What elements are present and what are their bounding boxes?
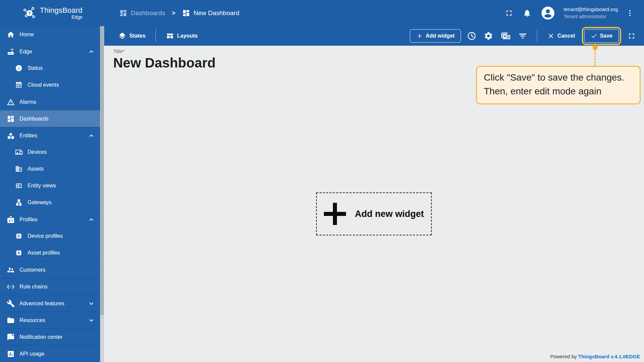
notification-message-icon: [7, 333, 15, 341]
sidebar-item-dashboards[interactable]: Dashboards: [0, 110, 100, 127]
sidebar-item-resources[interactable]: Resources: [0, 312, 100, 328]
user-role: Tenant administrator: [564, 14, 618, 20]
sidebar-item-devices[interactable]: Devices: [0, 144, 100, 161]
sidebar-scrollbar[interactable]: [100, 26, 104, 362]
tour-tooltip-text-line2: Then, enter edit mode again: [484, 85, 633, 98]
tools-icon: [7, 300, 15, 308]
dashboard-icon: [182, 9, 190, 17]
tour-connector-line: [595, 50, 596, 66]
plus-icon: [324, 203, 346, 225]
dashboard-icon: [119, 9, 127, 17]
sidebar-item-cloud-events[interactable]: Cloud events: [0, 77, 100, 93]
tour-highlight-ring: Save: [582, 27, 621, 45]
layouts-button[interactable]: Layouts: [162, 29, 202, 43]
save-button[interactable]: Save: [584, 29, 619, 43]
sidebar-item-rule-chains[interactable]: Rule chains: [0, 278, 100, 295]
tour-tooltip: Click "Save" to save the changes. Then, …: [476, 66, 641, 104]
breadcrumb-new-dashboard: New Dashboard: [182, 9, 239, 17]
powered-by-text: Powered by: [550, 354, 577, 359]
svg-text:D: D: [17, 234, 20, 238]
toolbar-divider: [156, 29, 156, 43]
user-email: tenant@thingsboard.org: [564, 6, 618, 13]
home-icon: [7, 31, 15, 39]
kebab-menu-button[interactable]: [625, 8, 635, 18]
sidebar-nav: Home Edge Status Cloud events Alarms Das…: [0, 26, 104, 362]
sidebar-item-notification-center[interactable]: Notification center: [0, 328, 100, 345]
chevron-down-icon: [87, 316, 95, 324]
states-button[interactable]: States: [114, 29, 149, 43]
sidebar-item-entity-views[interactable]: Entity views: [0, 177, 100, 194]
sidebar-item-asset-profiles[interactable]: A Asset profiles: [0, 244, 100, 261]
shapes-icon: [7, 132, 15, 140]
warning-icon: [7, 98, 15, 106]
dashboard-canvas: Title* New Dashboard Add new widget Clic…: [104, 46, 644, 362]
chevron-down-icon: [87, 300, 95, 308]
add-widget-button[interactable]: Add widget: [410, 29, 461, 43]
view-grid-icon: [15, 182, 23, 190]
sidebar-item-customers[interactable]: Customers: [0, 261, 100, 278]
sidebar-item-advanced-features[interactable]: Advanced features: [0, 295, 100, 312]
sidebar-item-status[interactable]: Status: [0, 60, 100, 77]
chevron-up-icon: [87, 132, 95, 140]
svg-text:?: ?: [28, 11, 31, 16]
sidebar-item-device-profiles[interactable]: D Device profiles: [0, 228, 100, 244]
building-icon: [15, 165, 23, 173]
svg-text:A: A: [17, 251, 20, 255]
fullscreen-button[interactable]: [503, 7, 515, 19]
letter-a-icon: A: [15, 249, 23, 257]
devices-icon: [15, 148, 23, 156]
entity-aliases-button[interactable]: [499, 30, 512, 42]
title-field-label: Title*: [113, 48, 216, 54]
top-header-bar: ? ThingsBoard Edge Dashboards > New Dash…: [0, 0, 644, 26]
sidebar-scrollbar-thumb[interactable]: [100, 26, 104, 315]
dashboard-title[interactable]: New Dashboard: [113, 55, 216, 71]
fullscreen-toolbar-button[interactable]: [626, 30, 637, 42]
toolbar-divider: [537, 29, 537, 43]
sidebar-item-gateways[interactable]: Gateways: [0, 194, 100, 211]
dashboards-icon: [7, 115, 15, 123]
sidebar-item-api-usage[interactable]: API usage: [0, 345, 100, 362]
thingsboard-logo-icon: ?: [22, 5, 37, 21]
breadcrumb-dashboards[interactable]: Dashboards: [119, 9, 165, 17]
chevron-up-icon: [87, 48, 95, 56]
breadcrumb-separator: >: [172, 10, 175, 17]
sidebar-item-home[interactable]: Home: [0, 26, 100, 43]
folder-icon: [7, 316, 15, 324]
check-icon: [591, 33, 597, 39]
tour-connector-dot: [593, 45, 598, 50]
letter-d-icon: D: [15, 232, 23, 240]
sidebar-item-profiles[interactable]: Profiles: [0, 211, 100, 228]
thingsboard-logo[interactable]: ? ThingsBoard Edge: [0, 5, 104, 21]
network-icon: [15, 198, 23, 207]
filter-icon-button[interactable]: [517, 30, 529, 42]
plus-icon: [416, 33, 423, 39]
badge-icon: [7, 216, 15, 224]
sidebar-item-edge[interactable]: Edge: [0, 43, 100, 60]
user-info: tenant@thingsboard.org Tenant administra…: [564, 6, 618, 19]
calendar-icon: [15, 81, 23, 89]
chart-icon: [7, 350, 15, 358]
settings-gear-button[interactable]: [482, 30, 495, 42]
layout-icon: [166, 32, 174, 40]
cancel-button[interactable]: Cancel: [545, 30, 577, 42]
ethernet-icon: [7, 283, 15, 291]
sidebar-item-entities[interactable]: Entities: [0, 127, 100, 144]
sidebar-item-alarms[interactable]: Alarms: [0, 93, 100, 110]
notifications-bell-button[interactable]: [521, 7, 533, 19]
sidebar-item-assets[interactable]: Assets: [0, 161, 100, 177]
version-link[interactable]: ThingsBoard v.4.1.0EDGE: [578, 354, 640, 359]
dashboard-edit-toolbar: States Layouts Add widget Cancel: [104, 26, 644, 46]
powered-by-footer: Powered by ThingsBoard v.4.1.0EDGE: [550, 354, 640, 359]
close-icon: [547, 32, 555, 40]
avatar[interactable]: [540, 5, 556, 21]
tour-tooltip-text-line1: Click "Save" to save the changes.: [484, 71, 633, 85]
breadcrumb: Dashboards > New Dashboard: [119, 9, 239, 17]
add-new-widget-box[interactable]: Add new widget: [316, 192, 432, 235]
info-icon: [15, 64, 23, 72]
router-icon: [7, 48, 15, 56]
chevron-up-icon: [87, 216, 95, 224]
layers-icon: [118, 32, 126, 40]
people-icon: [7, 266, 15, 274]
time-window-button[interactable]: [466, 30, 478, 42]
dashboard-title-block[interactable]: Title* New Dashboard: [113, 48, 216, 71]
